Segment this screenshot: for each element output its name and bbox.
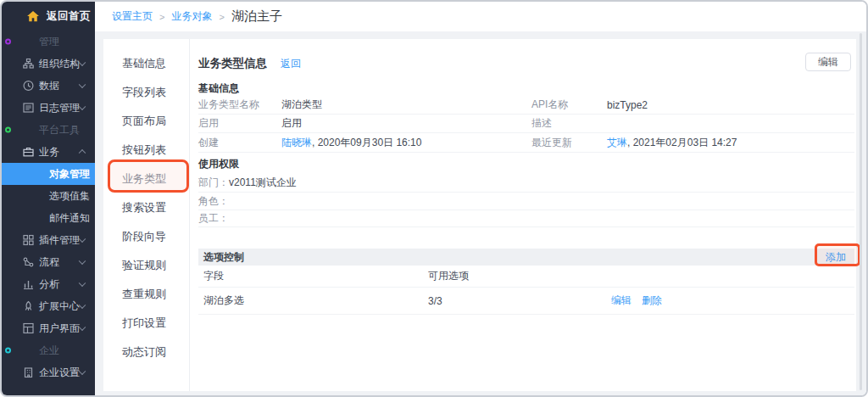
row-edit-link[interactable]: 编辑 (611, 294, 632, 308)
breadcrumb-separator: > (159, 12, 164, 22)
sidebar-item-data[interactable]: 数据 (2, 75, 95, 97)
permissions-heading: 使用权限 (198, 157, 239, 171)
bar-chart-icon (23, 279, 34, 290)
creator-user-link[interactable]: 陆晓琳 (281, 137, 312, 148)
section-title: 业务类型信息 (198, 56, 267, 71)
menu-item-search-settings[interactable]: 搜索设置 (103, 193, 189, 222)
menu-item-stage-wizard[interactable]: 阶段向导 (103, 222, 189, 251)
field-row: 业务类型名称 湖泊类型 API名称 bizType2 (198, 96, 854, 115)
object-settings-menu: 基础信息 字段列表 页面布局 按钮列表 业务类型 搜索设置 阶段向导 验证规则 … (103, 39, 190, 391)
building-icon (23, 367, 34, 378)
basic-info-heading: 基础信息 (198, 81, 239, 96)
home-icon (27, 11, 39, 22)
options-table-row: 湖泊多选 3/3 编辑 删除 (198, 288, 854, 315)
breadcrumb-link-settings-home[interactable]: 设置主页 (112, 9, 153, 24)
clock-icon (23, 81, 34, 92)
sidebar-item-org[interactable]: 组织结构 (2, 53, 95, 75)
flow-icon (23, 257, 34, 268)
field-row: 创建 陆晓琳, 2020年09月30日 16:10 最近更新 艾琳, 2021年… (198, 133, 854, 153)
sidebar-item-logs[interactable]: 日志管理 (2, 97, 95, 119)
breadcrumb-separator: > (219, 12, 224, 22)
add-link[interactable]: 添加 (826, 250, 846, 265)
sidebar-item-ui[interactable]: 用户界面 (2, 317, 95, 339)
options-control-bar: 选项控制 添加 (198, 249, 854, 266)
purple-dot-icon (5, 39, 11, 45)
options-control-heading: 选项控制 (203, 250, 244, 265)
sidebar-item-plugins[interactable]: 插件管理 (2, 229, 95, 251)
menu-item-page-layout[interactable]: 页面布局 (103, 107, 189, 136)
breadcrumb: 设置主页 > 业务对象 > 湖泊主子 (95, 2, 866, 31)
sidebar-item-object-management[interactable]: 对象管理 (2, 163, 95, 185)
chevron-down-icon (79, 59, 86, 66)
sidebar: 返回首页 管理 组织结构 数据 日志管理 (2, 2, 95, 395)
sidebar-item-platform-tools[interactable]: 平台工具 (2, 119, 95, 141)
updater-user-link[interactable]: 艾琳 (607, 137, 627, 148)
menu-item-dynamic-subscribe[interactable]: 动态订阅 (103, 338, 189, 366)
permission-row-role: 角色： (198, 193, 854, 210)
sidebar-item-mail-notify[interactable]: 邮件通知 (2, 207, 95, 229)
vertical-scrollbar[interactable] (860, 33, 862, 390)
rocket-icon (23, 301, 34, 312)
sidebar-home[interactable]: 返回首页 (2, 2, 95, 31)
chevron-down-icon (79, 236, 86, 243)
sidebar-item-enterprise-settings[interactable]: 企业设置 (2, 361, 95, 383)
menu-item-field-list[interactable]: 字段列表 (103, 78, 189, 107)
main-area: 基础信息 字段列表 页面布局 按钮列表 业务类型 搜索设置 阶段向导 验证规则 … (95, 31, 866, 395)
sidebar-item-extensions[interactable]: 扩展中心 (2, 295, 95, 317)
teal-dot-icon (5, 348, 11, 354)
home-label: 返回首页 (47, 9, 91, 24)
green-dot-icon (5, 127, 11, 133)
row-delete-link[interactable]: 删除 (642, 294, 662, 308)
sidebar-item-analytics[interactable]: 分析 (2, 273, 95, 295)
menu-item-validation-rules[interactable]: 验证规则 (103, 251, 189, 280)
chevron-down-icon (79, 258, 86, 265)
page-title: 湖泊主子 (231, 8, 282, 25)
permission-row-department: 部门： v2011测试企业 (198, 174, 854, 193)
chevron-down-icon (79, 324, 86, 331)
sidebar-item-guanli[interactable]: 管理 (2, 31, 95, 53)
briefcase-icon (23, 147, 34, 158)
chevron-down-icon (79, 81, 86, 88)
chevron-down-icon (79, 280, 86, 287)
chevron-down-icon (79, 103, 86, 110)
menu-item-print-settings[interactable]: 打印设置 (103, 309, 189, 338)
chevron-down-icon (79, 368, 86, 375)
sidebar-item-option-sets[interactable]: 选项值集 (2, 185, 95, 207)
breadcrumb-link-business-objects[interactable]: 业务对象 (171, 9, 212, 24)
chevron-down-icon (79, 302, 86, 309)
app-window: 返回首页 管理 组织结构 数据 日志管理 (0, 0, 868, 397)
detail-card: 基础信息 字段列表 页面布局 按钮列表 业务类型 搜索设置 阶段向导 验证规则 … (103, 39, 856, 391)
edit-button[interactable]: 编辑 (805, 53, 851, 71)
plugin-grid-icon (23, 235, 34, 246)
menu-item-button-list[interactable]: 按钮列表 (103, 136, 189, 165)
permission-row-employee: 员工： (198, 210, 854, 227)
field-row: 启用 启用 描述 (198, 115, 854, 133)
sidebar-item-enterprise[interactable]: 企业 (2, 339, 95, 361)
sidebar-item-workflow[interactable]: 流程 (2, 251, 95, 273)
layout-grid-icon (23, 323, 34, 334)
sidebar-item-business[interactable]: 业务 (2, 141, 95, 163)
log-list-icon (23, 103, 34, 114)
org-chart-icon (23, 59, 34, 70)
menu-item-business-type[interactable]: 业务类型 (103, 165, 189, 193)
chevron-up-icon (79, 149, 86, 156)
menu-item-basic-info[interactable]: 基础信息 (103, 49, 189, 78)
menu-item-dedupe-rules[interactable]: 查重规则 (103, 280, 189, 309)
back-link[interactable]: 返回 (281, 57, 301, 71)
options-table-header: 字段 可用选项 (198, 266, 854, 288)
